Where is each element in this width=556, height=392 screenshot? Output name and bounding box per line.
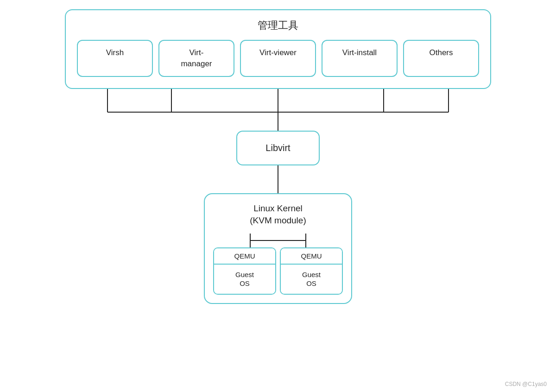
watermark: CSDN @C1yas0 xyxy=(505,381,547,387)
libvirt-box: Libvirt xyxy=(236,131,320,165)
tool-virsh: Virsh xyxy=(77,40,153,77)
management-tools-container: 管理工具 Virsh Virt-manager Virt-viewer Virt… xyxy=(65,9,491,89)
architecture-diagram: 管理工具 Virsh Virt-manager Virt-viewer Virt… xyxy=(23,9,533,304)
qemu-label-2: QEMU xyxy=(281,248,342,265)
qemu-instance-2: QEMU GuestOS xyxy=(280,247,343,295)
tool-others: Others xyxy=(403,40,479,77)
qemu-instances: QEMU GuestOS QEMU GuestOS xyxy=(213,247,343,295)
libvirt-label: Libvirt xyxy=(265,143,290,153)
kernel-container: Linux Kernel(KVM module) QEMU GuestOS QE… xyxy=(204,193,352,304)
guest-os-label-2: GuestOS xyxy=(281,265,342,294)
qemu-label-1: QEMU xyxy=(214,248,275,265)
tool-virt-manager: Virt-manager xyxy=(158,40,234,77)
tools-row: Virsh Virt-manager Virt-viewer Virt-inst… xyxy=(77,40,479,77)
tool-virt-viewer: Virt-viewer xyxy=(240,40,316,77)
tool-virt-install: Virt-install xyxy=(322,40,398,77)
qemu-instance-1: QEMU GuestOS xyxy=(213,247,276,295)
kernel-title: Linux Kernel(KVM module) xyxy=(250,202,306,227)
kernel-inner-connectors xyxy=(218,234,338,247)
guest-os-label-1: GuestOS xyxy=(214,265,275,294)
libvirt-to-kernel-line xyxy=(278,165,278,193)
connector-lines-svg xyxy=(65,89,491,131)
top-connectors xyxy=(65,89,491,131)
mgmt-title: 管理工具 xyxy=(77,19,479,32)
